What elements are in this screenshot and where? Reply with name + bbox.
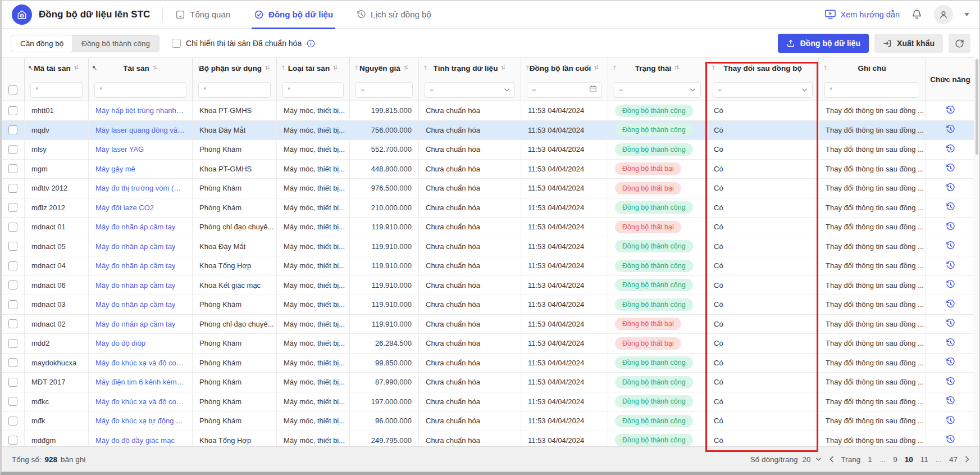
- select-all-checkbox[interactable]: [8, 85, 17, 94]
- tab-sync-history[interactable]: Lịch sử đồng bộ: [357, 1, 431, 29]
- pin-icon[interactable]: [822, 64, 828, 71]
- caret-down-icon[interactable]: [964, 13, 969, 16]
- filter-ma[interactable]: *: [30, 82, 83, 98]
- row-checkbox[interactable]: [8, 319, 17, 328]
- tab-overview[interactable]: Tổng quan: [175, 1, 230, 29]
- app-logo[interactable]: [12, 4, 32, 25]
- refresh-button[interactable]: [949, 34, 970, 53]
- sort-arrows-icon[interactable]: [594, 64, 599, 71]
- history-button[interactable]: [946, 105, 955, 116]
- filter-lancuoi[interactable]: =: [527, 82, 602, 98]
- filter-gia[interactable]: =: [355, 82, 413, 98]
- asset-link[interactable]: Máy laser quang đông văng ...: [95, 126, 185, 134]
- previous-page-icon[interactable]: [829, 456, 834, 463]
- history-button[interactable]: [946, 279, 955, 291]
- history-button[interactable]: [946, 357, 955, 368]
- row-checkbox[interactable]: [8, 145, 17, 154]
- row-checkbox[interactable]: [8, 106, 17, 115]
- asset-link[interactable]: Máy đo nhãn áp cầm tay: [95, 300, 175, 309]
- asset-link[interactable]: Máy đo nhãn áp cầm tay: [95, 281, 175, 289]
- row-checkbox[interactable]: [8, 281, 17, 289]
- export-button[interactable]: Xuất khẩu: [874, 34, 943, 53]
- row-checkbox[interactable]: [8, 242, 17, 251]
- row-checkbox[interactable]: [8, 184, 17, 193]
- vertical-scrollbar[interactable]: [974, 57, 979, 446]
- row-checkbox[interactable]: [8, 261, 17, 270]
- history-button[interactable]: [946, 144, 955, 155]
- rows-per-page-select[interactable]: Số dòng/trang 20: [750, 455, 822, 464]
- row-checkbox[interactable]: [8, 300, 17, 309]
- row-checkbox[interactable]: [8, 339, 17, 348]
- history-button[interactable]: [946, 260, 955, 272]
- sort-arrows-icon[interactable]: [152, 64, 158, 71]
- sort-arrows-icon[interactable]: [332, 64, 338, 71]
- history-button[interactable]: [946, 202, 955, 213]
- standardized-only-checkbox[interactable]: [172, 39, 181, 48]
- row-checkbox[interactable]: [8, 397, 17, 406]
- asset-link[interactable]: Máy đo độ điôp: [95, 339, 145, 347]
- page-number[interactable]: 1: [868, 455, 872, 464]
- sort-arrows-icon[interactable]: [74, 64, 79, 71]
- row-checkbox[interactable]: [8, 223, 17, 232]
- history-button[interactable]: [946, 435, 955, 446]
- row-checkbox[interactable]: [8, 125, 17, 134]
- info-icon[interactable]: [307, 39, 315, 48]
- filter-ghichu[interactable]: *: [824, 82, 919, 98]
- pin-icon[interactable]: [612, 64, 618, 71]
- row-checkbox[interactable]: [8, 436, 17, 445]
- filter-thaydoi[interactable]: =: [713, 82, 813, 98]
- pin-icon[interactable]: [196, 64, 202, 71]
- history-button[interactable]: [946, 396, 955, 407]
- history-button[interactable]: [946, 299, 955, 310]
- scrollbar-thumb[interactable]: [976, 59, 978, 155]
- history-button[interactable]: [946, 124, 955, 135]
- pin-icon[interactable]: [525, 64, 531, 71]
- next-page-icon[interactable]: [965, 456, 969, 463]
- pin-icon[interactable]: [280, 64, 286, 71]
- pin-icon[interactable]: [353, 64, 359, 71]
- asset-link[interactable]: Máy đo độ dầy giác mạc: [95, 436, 175, 445]
- asset-link[interactable]: Máy đo thị trường vòm (HU...: [95, 184, 185, 192]
- segment-need-sync[interactable]: Cần đồng bộ: [11, 35, 72, 52]
- sync-data-button[interactable]: Đồng bộ dữ liệu: [778, 34, 869, 53]
- avatar[interactable]: [934, 5, 953, 24]
- row-checkbox[interactable]: [8, 417, 17, 426]
- asset-link[interactable]: Máy đốt laze CO2: [95, 203, 154, 212]
- sort-arrows-icon[interactable]: [265, 64, 270, 71]
- row-checkbox[interactable]: [8, 164, 17, 173]
- asset-link[interactable]: Máy đo nhãn áp cầm tay: [95, 261, 175, 270]
- history-button[interactable]: [946, 415, 955, 427]
- history-button[interactable]: [946, 163, 955, 174]
- filter-trangthai[interactable]: =: [614, 82, 701, 98]
- sort-arrows-icon[interactable]: [674, 64, 680, 71]
- bell-icon[interactable]: [911, 8, 923, 20]
- row-checkbox[interactable]: [8, 203, 17, 212]
- tab-sync-data[interactable]: Đồng bộ dữ liệu: [254, 1, 333, 29]
- asset-link[interactable]: Máy đo nhãn áp cầm tay: [95, 320, 175, 328]
- page-number[interactable]: 11: [920, 455, 928, 464]
- asset-link[interactable]: Máy hấp tiệt trùng nhanh > ...: [95, 106, 185, 115]
- asset-link[interactable]: Máy đo nhãn áp cầm tay: [95, 242, 175, 251]
- asset-link[interactable]: Máy laser YAG: [95, 145, 144, 153]
- history-button[interactable]: [946, 221, 955, 233]
- asset-link[interactable]: Máy đo khúc xạ và độ cong ...: [95, 397, 185, 406]
- pin-icon[interactable]: [90, 63, 99, 72]
- row-checkbox[interactable]: [8, 358, 17, 367]
- asset-link[interactable]: Máy đo khúc xạ và độ cong ...: [95, 359, 185, 367]
- view-guide-link[interactable]: Xem hướng dẫn: [824, 9, 900, 20]
- sort-arrows-icon[interactable]: [500, 64, 506, 71]
- pin-icon[interactable]: [422, 64, 429, 71]
- page-number[interactable]: 10: [905, 455, 913, 464]
- row-checkbox[interactable]: [8, 378, 17, 387]
- history-button[interactable]: [946, 241, 955, 252]
- filter-ten[interactable]: *: [94, 82, 186, 98]
- page-number[interactable]: 47: [949, 455, 958, 464]
- history-button[interactable]: [946, 338, 955, 349]
- asset-link[interactable]: Máy đo nhãn áp cầm tay: [95, 223, 175, 231]
- asset-link[interactable]: Máy điện tim 6 kênh kèm pi...: [95, 378, 185, 386]
- asset-link[interactable]: Máy gây mê: [95, 165, 135, 173]
- history-button[interactable]: [946, 377, 955, 388]
- segment-sync-success[interactable]: Đồng bộ thành công: [72, 35, 159, 52]
- filter-loai[interactable]: *: [282, 82, 344, 98]
- sort-arrows-icon[interactable]: [403, 64, 409, 71]
